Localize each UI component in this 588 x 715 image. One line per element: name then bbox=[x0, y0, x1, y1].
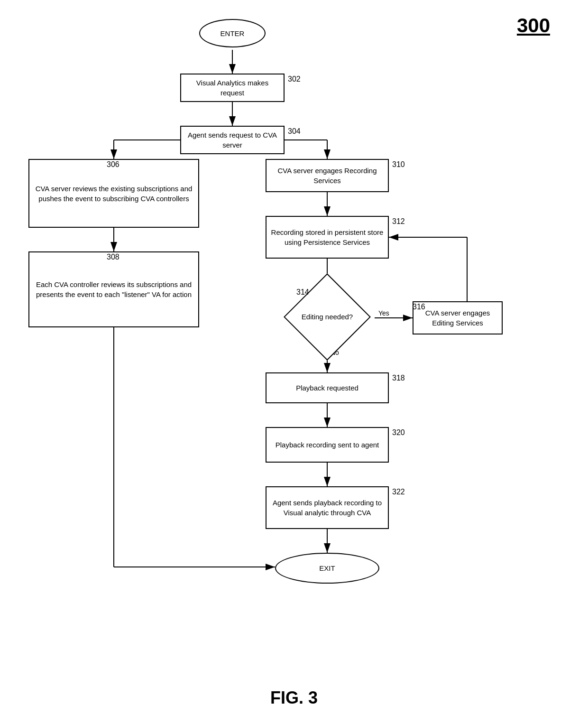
ref-320: 320 bbox=[392, 428, 405, 437]
exit-label: EXIT bbox=[315, 561, 339, 575]
ref-318: 318 bbox=[392, 374, 405, 382]
fig-label: FIG. 3 bbox=[0, 678, 588, 715]
node-314-label: Editing needed? bbox=[302, 312, 353, 322]
node-320-label: Playback recording sent to agent bbox=[272, 438, 383, 452]
node-320: Playback recording sent to agent bbox=[266, 427, 389, 463]
node-322-label: Agent sends playback recording to Visual… bbox=[266, 496, 388, 520]
node-318-label: Playback requested bbox=[292, 381, 362, 395]
node-304-label: Agent sends request to CVA server bbox=[181, 128, 284, 152]
node-312: Recording stored in persistent store usi… bbox=[266, 216, 389, 259]
node-310: CVA server engages Recording Services bbox=[266, 159, 389, 192]
node-302: Visual Analytics makes request bbox=[180, 74, 285, 102]
node-316: CVA server engages Editing Services bbox=[413, 301, 503, 334]
ref-302: 302 bbox=[288, 75, 301, 84]
ref-316: 316 bbox=[413, 303, 425, 311]
enter-node: ENTER bbox=[199, 19, 266, 47]
node-322: Agent sends playback recording to Visual… bbox=[266, 486, 389, 529]
node-318: Playback requested bbox=[266, 372, 389, 403]
node-312-label: Recording stored in persistent store usi… bbox=[266, 225, 388, 249]
node-304: Agent sends request to CVA server bbox=[180, 126, 285, 154]
ref-304: 304 bbox=[288, 127, 301, 136]
node-316-label: CVA server engages Editing Services bbox=[413, 306, 502, 330]
node-308: Each CVA controller reviews its subscrip… bbox=[28, 251, 199, 327]
node-308-label: Each CVA controller reviews its subscrip… bbox=[29, 278, 198, 301]
node-306: CVA server reviews the existing subscrip… bbox=[28, 159, 199, 228]
node-306-label: CVA server reviews the existing subscrip… bbox=[29, 182, 198, 205]
ref-310: 310 bbox=[392, 160, 405, 169]
ref-314: 314 bbox=[296, 288, 309, 297]
enter-label: ENTER bbox=[217, 27, 248, 40]
ref-322: 322 bbox=[392, 488, 405, 496]
diagram-number: 300 bbox=[517, 14, 550, 37]
ref-306: 306 bbox=[107, 160, 119, 169]
svg-text:Yes: Yes bbox=[378, 309, 389, 317]
diagram-container: 300 bbox=[0, 0, 588, 678]
node-310-label: CVA server engages Recording Services bbox=[266, 164, 388, 187]
ref-312: 312 bbox=[392, 217, 405, 226]
node-302-label: Visual Analytics makes request bbox=[181, 76, 284, 100]
ref-308: 308 bbox=[107, 253, 119, 261]
exit-node: EXIT bbox=[275, 553, 379, 584]
